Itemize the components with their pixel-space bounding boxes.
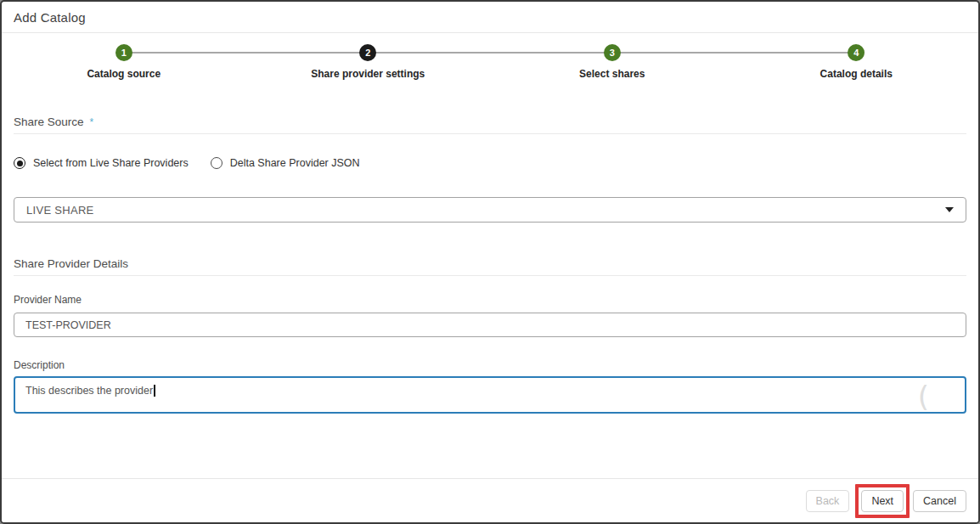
red-annotation-box: Next [855,484,910,518]
dropdown-selected-value: LIVE SHARE [26,204,94,217]
wizard-step-catalog-details: 4Catalog details [735,44,979,80]
description-textarea[interactable]: This describes the provider ( [14,376,966,414]
stepper-steps: 1Catalog source2Share provider settings3… [2,44,978,80]
section-divider [14,133,966,134]
next-button[interactable]: Next [861,490,904,512]
step-circle: 1 [115,44,132,61]
radio-label: Select from Live Share Providers [33,157,189,169]
text-cursor [154,385,155,397]
wizard-step-share-provider-settings: 2Share provider settings [246,44,491,80]
section-divider [14,275,966,276]
faint-arc-artifact: ( [918,380,929,414]
radio-selected-icon [14,157,25,169]
dialog-header: Add Catalog [2,2,978,33]
wizard-step-catalog-source: 1Catalog source [2,44,246,80]
share-source-section-label: Share Source* [14,116,966,128]
wizard-step-select-shares: 3Select shares [490,44,735,80]
share-source-radio-group: Select from Live Share ProvidersDelta Sh… [14,157,966,169]
required-asterisk: * [90,116,94,128]
add-catalog-dialog: Add Catalog 1Catalog source2Share provid… [0,0,980,524]
step-circle: 4 [848,44,865,61]
radio-unselected-icon [211,157,222,169]
form-area: Share Source* Select from Live Share Pro… [2,116,978,414]
dialog-title: Add Catalog [14,10,86,25]
live-share-provider-dropdown[interactable]: LIVE SHARE [14,197,966,223]
wizard-stepper: 1Catalog source2Share provider settings3… [2,33,978,80]
provider-name-input[interactable] [14,313,966,337]
dialog-footer: Back Next Cancel [2,478,978,522]
chevron-down-icon [945,207,954,212]
share-source-label: Share Source [14,116,84,128]
description-label: Description [14,359,966,371]
back-button[interactable]: Back [806,490,850,512]
description-text: This describes the provider [25,385,153,397]
step-label: Catalog source [87,68,161,80]
share-provider-details-heading: Share Provider Details [14,257,966,270]
step-circle: 2 [359,44,376,61]
radio-label: Delta Share Provider JSON [230,157,360,169]
step-label: Share provider settings [311,68,425,80]
provider-name-label: Provider Name [14,294,966,306]
step-label: Select shares [579,68,645,80]
cancel-button[interactable]: Cancel [913,490,966,512]
radio-option-select-from-live-share-providers[interactable]: Select from Live Share Providers [14,157,189,169]
step-label: Catalog details [820,68,893,80]
radio-option-delta-share-provider-json[interactable]: Delta Share Provider JSON [211,157,360,169]
step-circle: 3 [604,44,621,61]
